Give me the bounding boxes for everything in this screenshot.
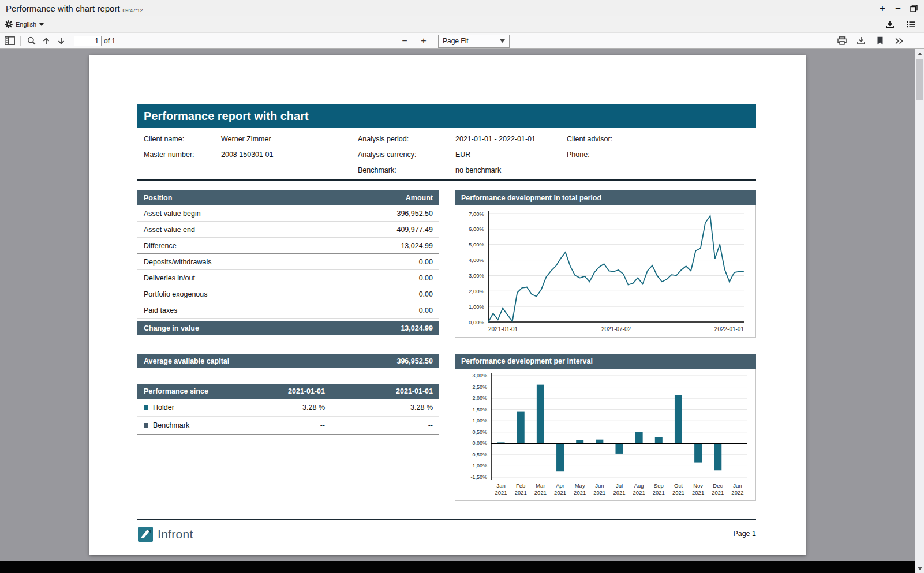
report-title: Performance report with chart bbox=[144, 110, 309, 123]
double-chevron-icon bbox=[895, 38, 904, 44]
analysis-period-label: Analysis period: bbox=[358, 135, 455, 143]
bookmark-button[interactable] bbox=[873, 34, 888, 48]
table-row: Portfolio exogenous 0.00 bbox=[137, 286, 439, 302]
scroll-down-button[interactable] bbox=[915, 564, 924, 573]
row-label: Change in value bbox=[144, 324, 199, 332]
svg-text:3,00%: 3,00% bbox=[472, 373, 487, 379]
client-advisor-label: Client advisor: bbox=[567, 135, 756, 143]
zoom-in-button[interactable]: + bbox=[417, 34, 430, 48]
view-list-button[interactable] bbox=[903, 17, 918, 31]
svg-text:Jun: Jun bbox=[595, 482, 604, 489]
row-value: 0.00 bbox=[419, 258, 433, 266]
date-col-header: 2021-01-01 bbox=[218, 387, 325, 395]
toolbar-divider bbox=[414, 36, 414, 46]
svg-text:2021: 2021 bbox=[515, 489, 527, 496]
restore-button[interactable] bbox=[908, 2, 919, 14]
find-button[interactable] bbox=[24, 34, 39, 48]
bottom-strip bbox=[0, 561, 915, 573]
row-label: Difference bbox=[144, 242, 177, 250]
report-page: Performance report with chart Client nam… bbox=[89, 55, 806, 555]
row-label: Holder bbox=[144, 403, 218, 411]
search-icon bbox=[27, 36, 36, 45]
minimize-button[interactable]: − bbox=[892, 2, 904, 14]
sidebar-toggle-icon bbox=[5, 36, 15, 45]
svg-text:-1,00%: -1,00% bbox=[470, 463, 487, 469]
app-menubar: English bbox=[0, 16, 924, 33]
language-label: English bbox=[16, 21, 36, 28]
row-value: -- bbox=[325, 421, 433, 429]
svg-text:May: May bbox=[575, 482, 585, 489]
svg-text:3,00%: 3,00% bbox=[469, 272, 484, 279]
performance-since-header: Performance since bbox=[144, 387, 218, 395]
svg-text:0,00%: 0,00% bbox=[472, 440, 487, 446]
svg-text:2021-01-01: 2021-01-01 bbox=[488, 326, 518, 332]
table-row: Deliveries in/out 0.00 bbox=[137, 270, 439, 286]
table-row: Benchmark -- -- bbox=[137, 417, 439, 435]
svg-text:2021: 2021 bbox=[495, 489, 507, 496]
bar-chart-canvas: -1,50%-1,00%-0,50%0,00%0,50%1,00%1,50%2,… bbox=[455, 369, 756, 501]
zoom-tools: − + Page Fit bbox=[398, 33, 510, 49]
change-in-value-row: Change in value 13,024.99 bbox=[137, 321, 439, 335]
next-page-button[interactable] bbox=[54, 34, 69, 48]
svg-text:-1,50%: -1,50% bbox=[470, 474, 487, 480]
scrollbar-thumb[interactable] bbox=[916, 59, 923, 100]
previous-page-button[interactable] bbox=[39, 34, 54, 48]
svg-text:Jan: Jan bbox=[733, 482, 742, 489]
row-label: Asset value end bbox=[144, 226, 195, 234]
svg-text:Aug: Aug bbox=[634, 482, 644, 489]
vertical-scrollbar[interactable] bbox=[915, 49, 924, 573]
print-button[interactable] bbox=[835, 34, 850, 48]
svg-text:2021: 2021 bbox=[672, 489, 684, 496]
svg-text:2021: 2021 bbox=[633, 489, 645, 496]
chart-title-bar: Performance development per interval bbox=[455, 354, 756, 369]
svg-text:1,00%: 1,00% bbox=[469, 304, 484, 310]
analysis-currency-label: Analysis currency: bbox=[358, 151, 455, 159]
download-icon bbox=[885, 20, 895, 29]
svg-text:2021: 2021 bbox=[692, 489, 704, 496]
table-row: Holder 3.28 % 3.28 % bbox=[137, 399, 439, 417]
save-icon bbox=[856, 36, 866, 45]
svg-text:Mar: Mar bbox=[536, 482, 545, 489]
line-chart-canvas: 0,00%1,00%2,00%3,00%4,00%5,00%6,00%7,00%… bbox=[455, 205, 756, 338]
benchmark-label: Benchmark: bbox=[358, 166, 455, 174]
arrow-up-icon bbox=[918, 53, 922, 55]
chevron-down-icon bbox=[39, 23, 44, 26]
svg-text:2021: 2021 bbox=[534, 489, 547, 496]
svg-text:2022-01-01: 2022-01-01 bbox=[714, 326, 745, 332]
sidebar-toggle-button[interactable] bbox=[2, 34, 17, 48]
page-number-input[interactable] bbox=[74, 36, 102, 46]
header-rule bbox=[137, 179, 756, 181]
pdf-right-tools bbox=[835, 34, 907, 48]
svg-text:7,00%: 7,00% bbox=[469, 211, 484, 217]
amount-col-header: Amount bbox=[406, 194, 433, 202]
svg-text:Jul: Jul bbox=[616, 482, 623, 489]
scroll-up-button[interactable] bbox=[915, 49, 924, 58]
new-tab-button[interactable]: + bbox=[877, 2, 888, 14]
infront-logo-icon bbox=[138, 527, 153, 542]
svg-text:0,50%: 0,50% bbox=[472, 429, 487, 435]
svg-text:2021: 2021 bbox=[653, 489, 665, 496]
chart-title-bar: Performance development in total period bbox=[455, 190, 756, 205]
footer-rule bbox=[137, 519, 756, 520]
row-label: Average available capital bbox=[144, 357, 229, 365]
position-table: Position Amount Asset value begin 396,95… bbox=[137, 190, 439, 335]
more-tools-button[interactable] bbox=[892, 34, 907, 48]
row-value: 3.28 % bbox=[325, 403, 433, 411]
list-icon bbox=[907, 21, 915, 28]
phone-label: Phone: bbox=[567, 151, 756, 159]
window-titlebar: Performance with chart report 09:47:12 +… bbox=[0, 0, 924, 16]
row-label: Asset value begin bbox=[144, 209, 201, 218]
performance-table-header: Performance since 2021-01-01 2021-01-01 bbox=[137, 384, 439, 399]
row-value: 0.00 bbox=[419, 290, 433, 298]
table-row: Deposits/withdrawals 0.00 bbox=[137, 254, 439, 270]
table-row: Difference 13,024.99 bbox=[137, 238, 439, 254]
language-selector[interactable]: English bbox=[5, 20, 44, 28]
export-report-button[interactable] bbox=[882, 17, 897, 31]
save-button[interactable] bbox=[854, 34, 869, 48]
svg-text:0,00%: 0,00% bbox=[469, 319, 484, 325]
zoom-select[interactable]: Page Fit bbox=[438, 35, 510, 48]
zoom-out-button[interactable]: − bbox=[398, 34, 411, 48]
master-number-value: 2008 150301 01 bbox=[221, 151, 358, 159]
row-value: 3.28 % bbox=[218, 403, 325, 411]
svg-text:-0,50%: -0,50% bbox=[470, 452, 487, 458]
